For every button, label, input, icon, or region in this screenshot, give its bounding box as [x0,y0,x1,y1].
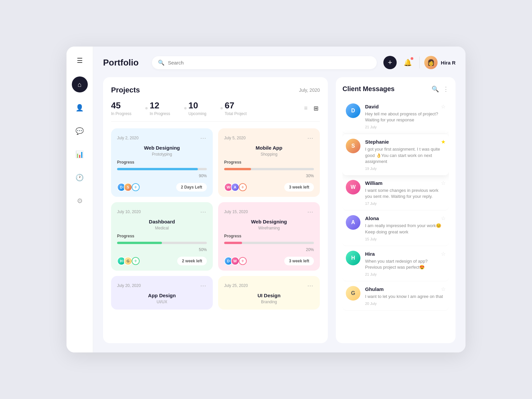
card-header-1: July 2, 2020 ⋯ [117,134,207,142]
card-footer-3: H G + 2 week left [117,257,207,265]
card-menu-4[interactable]: ⋯ [307,208,314,215]
sidebar-item-messages[interactable]: 💬 [72,123,88,139]
messages-title: Client Messages [342,85,395,93]
card-title-3: Dashboard [117,219,207,224]
msg-name-row-hira: Hira ☆ [365,251,446,257]
stat-in-progress-2: 12 In Progress [150,100,170,116]
message-avatar-david: D [346,103,360,118]
msg-star-stephanie[interactable]: ★ [441,139,446,145]
project-card-1[interactable]: July 2, 2020 ⋯ Web Designing Prototyping… [111,128,213,197]
msg-star-alona[interactable]: ☆ [441,215,446,221]
avatar-add-2[interactable]: + [239,183,247,191]
progress-label-1: Progress [117,160,207,165]
message-body-alona: Alona ☆ I am really impressed from your … [365,215,446,241]
messages-panel: Client Messages 🔍 ⋮ D David ☆ [336,77,456,343]
progress-label-4: Progress [224,234,314,238]
progress-label-2: Progress [224,160,314,165]
card-menu-2[interactable]: ⋯ [307,134,314,142]
progress-bar-fill-3 [117,242,162,244]
progress-bar-fill-2 [224,168,251,170]
avatar-4-2: W [231,257,239,265]
time-badge-4: 3 week left [284,257,314,265]
card-header-4: July 15, 2020 ⋯ [224,208,314,215]
project-card-5[interactable]: July 20, 2020 ⋯ App Design UI/UX [111,276,213,310]
notification-button[interactable]: 🔔 [401,56,415,69]
card-subtitle-5: UI/UX [117,300,207,304]
message-item-ghulam[interactable]: G Ghulam ☆ I want to let you know I am a… [342,281,449,311]
sidebar-item-settings[interactable]: ⚙ [72,193,88,209]
app-container: ☰ ⌂ 👤 💬 📊 🕐 ⚙ Portfolio 🔍 + [66,47,466,352]
time-badge-1: 2 Days Left [176,183,207,192]
msg-text-stephanie: I got your first assignment. I t was qui… [365,146,446,165]
card-footer-1: D S + 2 Days Left [117,183,207,192]
project-card-3[interactable]: July 10, 2020 ⋯ Dashboard Medical Progre… [111,202,213,271]
card-menu-5[interactable]: ⋯ [200,282,207,289]
progress-bar-fill-1 [117,168,198,170]
project-card-2[interactable]: July 5, 2020 ⋯ Mobile App Shopping Progr… [218,128,320,197]
msg-star-hira[interactable]: ☆ [441,251,446,257]
avatar-2-2: A [231,183,239,192]
project-card-4[interactable]: July 15, 2020 ⋯ Web Designing Wireframin… [218,202,320,271]
msg-name-row-ghulam: Ghulam ☆ [365,286,446,292]
settings-icon: ⚙ [77,197,83,205]
avatar-add-3[interactable]: + [132,257,140,265]
avatar-add-4[interactable]: + [239,257,247,265]
sidebar-item-home[interactable]: ⌂ [72,76,88,92]
messages-search-button[interactable]: 🔍 [432,85,439,93]
msg-star-david[interactable]: ☆ [441,103,446,110]
msg-star-ghulam[interactable]: ☆ [441,286,446,292]
stat-number-10: 10 [189,100,206,111]
add-button[interactable]: + [383,56,397,69]
msg-text-william: I want some changes in previous work you… [365,188,446,200]
message-item-david[interactable]: D David ☆ Hey tell me about progress of … [342,99,449,134]
sidebar-item-profile[interactable]: 👤 [72,100,88,116]
user-avatar: 👩 [424,56,438,69]
messages-header: Client Messages 🔍 ⋮ [342,85,449,93]
user-name: Hira R [441,60,456,66]
message-item-william[interactable]: W William ☆ I want some changes in previ… [342,175,449,210]
progress-bar-bg-4 [224,242,314,244]
avatar-add-1[interactable]: + [132,183,140,191]
chat-icon: 💬 [75,127,84,135]
header-divider [419,57,420,68]
profile-icon: 👤 [75,104,84,112]
project-card-6[interactable]: July 25, 2020 ⋯ UI Design Branding [218,276,320,310]
menu-icon[interactable]: ☰ [77,57,83,65]
msg-text-ghulam: I want to let you know I am agree on tha… [365,294,446,300]
card-date-2: July 5, 2020 [224,136,246,140]
card-date-5: July 20, 2020 [117,283,141,288]
avatar-group-4: D W + [224,257,247,265]
panels: Projects July, 2020 45 In Progress 12 In… [103,77,456,343]
stat-label-45: In Progress [111,111,131,116]
home-icon: ⌂ [77,81,81,88]
time-badge-2: 3 week left [284,183,314,192]
msg-name-william: William [365,180,382,186]
message-body-william: William ☆ I want some changes in previou… [365,180,446,205]
message-item-alona[interactable]: A Alona ☆ I am really impressed from you… [342,210,449,246]
avatar-group-3: H G + [117,257,140,265]
stat-in-progress-1: 45 In Progress [111,100,131,116]
messages-more-button[interactable]: ⋮ [443,85,449,93]
card-menu-1[interactable]: ⋯ [200,134,207,142]
stat-dot-2 [184,107,187,109]
sidebar-item-history[interactable]: 🕐 [72,170,88,186]
card-header-3: July 10, 2020 ⋯ [117,208,207,215]
card-subtitle-2: Shopping [224,152,314,157]
list-view-button[interactable]: ≡ [303,103,309,113]
grid-view-button[interactable]: ⊞ [312,103,320,113]
view-controls: ≡ ⊞ [303,103,320,113]
message-item-hira[interactable]: H Hira ☆ When you start redesign of app?… [342,246,449,281]
card-header-2: July 5, 2020 ⋯ [224,134,314,142]
message-body-hira: Hira ☆ When you start redesign of app? P… [365,251,446,276]
stat-label-10: Upcoming [189,111,206,116]
avatar-1-2: S [124,183,132,192]
search-input[interactable] [168,60,371,66]
user-info[interactable]: 👩 Hira R [424,56,456,69]
message-item-stephanie[interactable]: S Stephanie ★ I got your first assignmen… [342,134,449,175]
card-title-4: Web Designing [224,219,314,224]
card-menu-6[interactable]: ⋯ [307,282,314,289]
msg-text-alona: I am really impressed from your work😊 Ke… [365,223,446,235]
msg-star-william[interactable]: ☆ [441,180,446,186]
sidebar-item-analytics[interactable]: 📊 [72,146,88,162]
card-menu-3[interactable]: ⋯ [200,208,207,215]
